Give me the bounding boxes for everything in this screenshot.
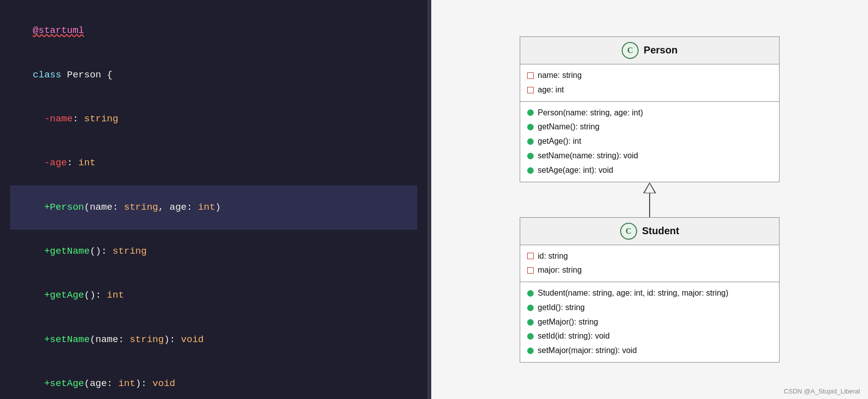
field-icon-major: [527, 267, 534, 274]
uml-student-header: C Student: [520, 218, 779, 245]
annotation-startuml: @startuml: [33, 25, 84, 36]
person-setage-text: setAge(age: int): void: [538, 163, 613, 178]
person-class-name: Person: [644, 44, 678, 56]
line-getage: +getAge(): int: [10, 274, 417, 318]
line-age-field: -age: int: [10, 141, 417, 185]
method-icon-ctor: [527, 109, 534, 116]
person-field-age: age: int: [527, 83, 772, 97]
person-getname-text: getName(): string: [538, 120, 600, 134]
method-icon-student-ctor: [527, 290, 534, 297]
person-icon-label: C: [627, 46, 633, 55]
uml-class-student: C Student id: string major: string Stude…: [520, 217, 780, 363]
field-icon-id: [527, 253, 534, 259]
field-icon-age: [527, 87, 534, 93]
method-icon-getmajor: [527, 319, 534, 326]
arrow-line: [649, 193, 650, 217]
method-icon-setid: [527, 333, 534, 340]
uml-diagram: C Person name: string age: int Person(na…: [520, 36, 780, 363]
person-field-age-text: age: int: [538, 83, 564, 97]
person-method-setage: setAge(age: int): void: [527, 163, 772, 178]
student-field-major: major: string: [527, 263, 772, 278]
arrow-triangle-icon: [643, 182, 656, 193]
person-class-icon: C: [622, 42, 639, 59]
method-icon-getid: [527, 305, 534, 311]
student-getmajor-text: getMajor(): string: [538, 315, 598, 330]
student-class-icon: C: [620, 223, 637, 240]
student-methods: Student(name: string, age: int, id: stri…: [520, 282, 779, 362]
person-methods: Person(name: string, age: int) getName()…: [520, 102, 779, 182]
student-method-setid: setId(id: string): void: [527, 329, 772, 344]
person-getage-text: getAge(): int: [538, 134, 581, 149]
field-icon-name: [527, 72, 534, 79]
person-ctor-text: Person(name: string, age: int): [538, 106, 643, 120]
student-class-name: Student: [642, 225, 679, 237]
person-method-getage: getAge(): int: [527, 134, 772, 149]
method-icon-setmajor: [527, 348, 534, 354]
person-method-getname: getName(): string: [527, 120, 772, 134]
line-setname: +setName(name: string): void: [10, 318, 417, 362]
inheritance-arrow: [643, 182, 656, 217]
line-getname: +getName(): string: [10, 230, 417, 274]
uml-person-header: C Person: [520, 37, 779, 64]
person-fields: name: string age: int: [520, 64, 779, 102]
person-method-setname: setName(name: string): void: [527, 149, 772, 163]
student-field-id-text: id: string: [538, 249, 568, 264]
student-field-major-text: major: string: [538, 263, 582, 278]
student-fields: id: string major: string: [520, 245, 779, 283]
code-editor[interactable]: @startuml class Person { -name: string -…: [0, 0, 427, 399]
student-setmajor-text: setMajor(major: string): void: [538, 344, 637, 358]
student-setid-text: setId(id: string): void: [538, 329, 610, 344]
person-field-name: name: string: [527, 68, 772, 83]
student-ctor-text: Student(name: string, age: int, id: stri…: [538, 286, 729, 301]
line-startuml: @startuml: [10, 9, 417, 53]
panel-divider: [427, 0, 431, 399]
person-setname-text: setName(name: string): void: [538, 149, 638, 163]
line-name-field: -name: string: [10, 97, 417, 141]
method-icon-getage: [527, 138, 534, 145]
kw-class-person: class: [33, 69, 67, 80]
person-field-name-text: name: string: [538, 68, 582, 83]
line-person-ctor: +Person(name: string, age: int): [10, 185, 417, 229]
student-field-id: id: string: [527, 249, 772, 264]
method-icon-getname: [527, 124, 534, 130]
student-icon-label: C: [626, 227, 632, 236]
watermark: CSDN @A_Stupid_Liberal: [784, 388, 860, 395]
method-icon-setname: [527, 153, 534, 159]
line-setage: +setAge(age: int): void: [10, 362, 417, 399]
uml-class-person: C Person name: string age: int Person(na…: [520, 36, 780, 182]
student-method-getid: getId(): string: [527, 301, 772, 315]
method-icon-setage: [527, 167, 534, 174]
line-class-person: class Person {: [10, 53, 417, 97]
watermark-text: CSDN @A_Stupid_Liberal: [784, 388, 860, 395]
student-getid-text: getId(): string: [538, 301, 585, 315]
student-method-setmajor: setMajor(major: string): void: [527, 344, 772, 358]
diagram-panel: C Person name: string age: int Person(na…: [431, 0, 868, 399]
person-method-ctor: Person(name: string, age: int): [527, 106, 772, 120]
student-method-ctor: Student(name: string, age: int, id: stri…: [527, 286, 772, 301]
class-person-name: Person: [67, 69, 107, 80]
student-method-getmajor: getMajor(): string: [527, 315, 772, 330]
